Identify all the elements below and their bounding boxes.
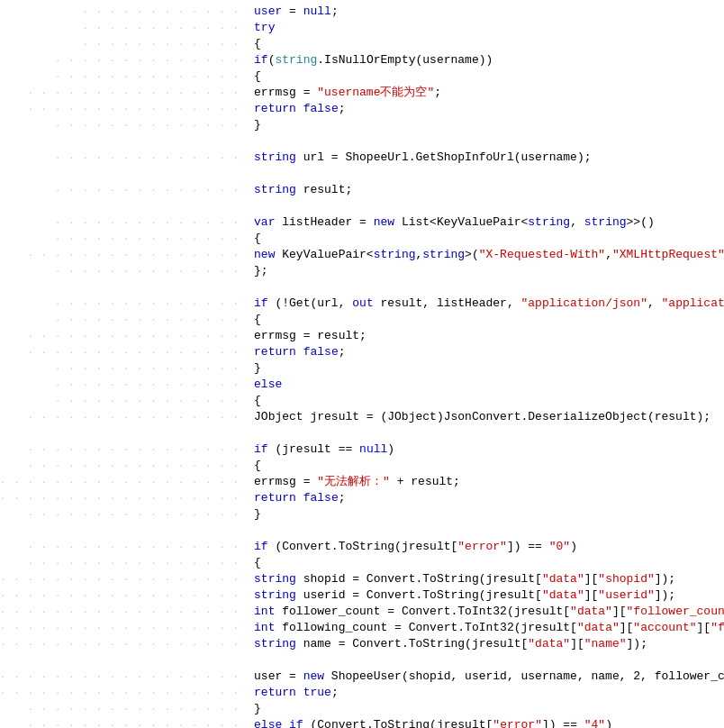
code-line: if (Convert.ToString(jresult["error"]) =… [254, 539, 724, 555]
line-dot: · · · · · · · · · · · · · · · · · · [0, 474, 247, 490]
line-dot: · · · · · · · · · · · · · · · · · · [0, 490, 247, 506]
code-line: if (!Get(url, out result, listHeader, "a… [254, 296, 724, 312]
line-dot: · · · · · · · · · · · · [0, 36, 247, 52]
code-line [254, 652, 724, 669]
code-line: } [254, 701, 724, 717]
code-line: string url = ShopeeUrl.GetShopInfoUrl(us… [254, 150, 724, 166]
code-line: user = new ShopeeUser(shopid, userid, us… [254, 669, 724, 685]
code-line: string name = Convert.ToString(jresult["… [254, 636, 724, 652]
code-line [254, 198, 724, 214]
code-line: { [254, 458, 724, 474]
line-dot: · · · · · · · · · · · · · · [0, 214, 247, 231]
code-line: int following_count = Convert.ToInt32(jr… [254, 620, 724, 636]
line-dot: · · · · · · · · · · · · · · · · · · [0, 604, 247, 620]
line-dot: · · · · · · · · · · · · · · · · [0, 85, 247, 101]
code-line: } [254, 117, 724, 133]
code-line: user = null; [254, 4, 724, 20]
code-line: { [254, 555, 724, 571]
line-dot: · · · · · · · · · · · · · · [0, 296, 247, 312]
code-line: try [254, 20, 724, 36]
line-dot: · · · · · · · · · · · · · · [0, 393, 247, 409]
line-dot: · · · · · · · · · · · · · · [0, 182, 247, 198]
code-line [254, 523, 724, 539]
code-line: else [254, 377, 724, 393]
line-dot: · · · · · · · · · · · · · · · · [0, 555, 247, 571]
line-dot: · · · · · · · · · · · · · · [0, 68, 247, 85]
line-dot: · · · · · · · · · · · · · · [0, 52, 247, 68]
line-dot: · · · · · · · · · · · · · · · · [0, 506, 247, 523]
line-dot: · · · · · · · · · · · · [0, 20, 247, 36]
line-dot: · · · · · · · · · · · · · · [0, 117, 247, 133]
code-line: return false; [254, 344, 724, 360]
code-line: }; [254, 263, 724, 279]
code-line: if (jresult == null) [254, 441, 724, 458]
line-dot: · · · · · · · · · · · · · · · · · · [0, 669, 247, 685]
line-dot: · · · · · · · · · · · · [0, 4, 247, 20]
line-dot: · · · · · · · · · · · · · · · · [0, 328, 247, 344]
line-dot: · · · · · · · · · · · · · · [0, 312, 247, 328]
code-line: new KeyValuePair<string,string>("X-Reque… [254, 247, 724, 263]
line-numbers: · · · · · · · · · · · ·· · · · · · · · ·… [0, 0, 247, 728]
code-line: errmsg = "无法解析：" + result; [254, 474, 724, 490]
line-dot: · · · · · · · · · · · · · · · · [0, 101, 247, 117]
line-dot: · · · · · · · · · · · · · · [0, 231, 247, 247]
code-line: int follower_count = Convert.ToInt32(jre… [254, 604, 724, 620]
line-dot [0, 166, 247, 182]
code-line [254, 133, 724, 150]
code-line: { [254, 36, 724, 52]
line-dot: · · · · · · · · · · · · · · · · [0, 344, 247, 360]
line-dot: · · · · · · · · · · · · · · · · · · [0, 685, 247, 701]
code-line: string result; [254, 182, 724, 198]
line-dot [0, 652, 247, 669]
line-dot: · · · · · · · · · · · · · · · · [0, 441, 247, 458]
code-line: string userid = Convert.ToString(jresult… [254, 587, 724, 604]
line-dot: · · · · · · · · · · · · · · · · · · [0, 636, 247, 652]
line-dot: · · · · · · · · · · · · · · · · · · [0, 620, 247, 636]
code-line: } [254, 506, 724, 523]
code-editor: · · · · · · · · · · · ·· · · · · · · · ·… [0, 0, 724, 728]
code-line: } [254, 360, 724, 377]
code-content[interactable]: user = null;try{if(string.IsNullOrEmpty(… [247, 0, 724, 728]
line-dot [0, 133, 247, 150]
code-line: if(string.IsNullOrEmpty(username)) [254, 52, 724, 68]
code-line: string shopid = Convert.ToString(jresult… [254, 571, 724, 587]
line-dot: · · · · · · · · · · · · · · [0, 150, 247, 166]
code-line [254, 279, 724, 296]
line-dot: · · · · · · · · · · · · · · · · [0, 409, 247, 425]
code-line: JObject jresult = (JObject)JsonConvert.D… [254, 409, 724, 425]
line-dot: · · · · · · · · · · · · · · · · [0, 717, 247, 728]
line-dot [0, 425, 247, 441]
code-line [254, 166, 724, 182]
line-dot [0, 523, 247, 539]
line-dot [0, 198, 247, 214]
line-dot: · · · · · · · · · · · · · · · · [0, 701, 247, 717]
code-line: { [254, 231, 724, 247]
code-line: { [254, 68, 724, 85]
line-dot: · · · · · · · · · · · · · · · · [0, 458, 247, 474]
code-line: errmsg = result; [254, 328, 724, 344]
line-dot: · · · · · · · · · · · · · · [0, 377, 247, 393]
code-line: else if (Convert.ToString(jresult["error… [254, 717, 724, 728]
code-line: return false; [254, 490, 724, 506]
code-line: return false; [254, 101, 724, 117]
code-line: errmsg = "username不能为空"; [254, 85, 724, 101]
line-dot [0, 279, 247, 296]
line-dot: · · · · · · · · · · · · · · [0, 360, 247, 377]
code-line: { [254, 312, 724, 328]
line-dot: · · · · · · · · · · · · · · · · [0, 539, 247, 555]
code-line: var listHeader = new List<KeyValuePair<s… [254, 214, 724, 231]
code-line [254, 425, 724, 441]
line-dot: · · · · · · · · · · · · · · · · [0, 247, 247, 263]
code-line: return true; [254, 685, 724, 701]
line-dot: · · · · · · · · · · · · · · · · · · [0, 587, 247, 604]
line-dot: · · · · · · · · · · · · · · · · · · [0, 571, 247, 587]
code-line: { [254, 393, 724, 409]
line-dot: · · · · · · · · · · · · · · [0, 263, 247, 279]
